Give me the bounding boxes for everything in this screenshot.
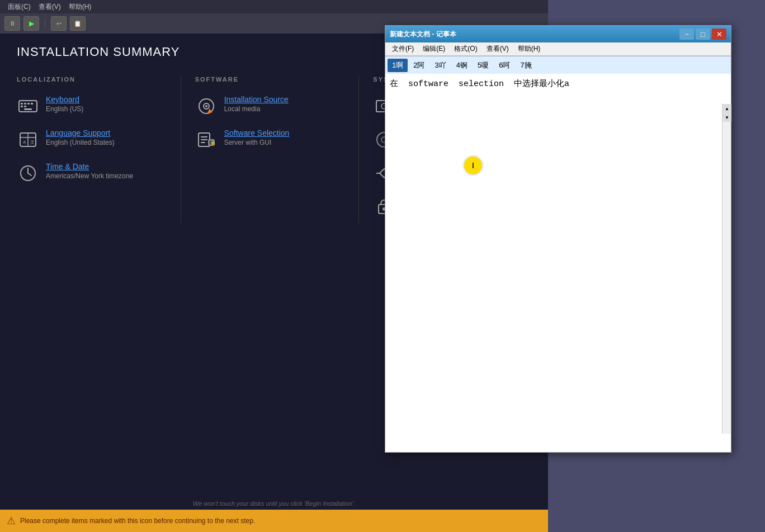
svg-text:A: A: [23, 140, 26, 145]
notepad-controls: － □ ✕: [679, 28, 726, 40]
notepad-menubar: 文件(F) 编辑(E) 格式(O) 查看(V) 帮助(H): [385, 42, 731, 56]
software-column: SOFTWARE ! Installation Source: [187, 76, 353, 224]
menu-edit[interactable]: 编辑(E): [418, 43, 450, 55]
menu-format[interactable]: 格式(O): [450, 43, 481, 55]
svg-rect-3: [27, 103, 30, 104]
ime-candidate-3[interactable]: 3吖: [430, 59, 450, 72]
installer-menubar: 面板(C) 查看(V) 帮助(H): [0, 0, 548, 13]
notepad-window: 新建文本文档 - 记事本 － □ ✕ 文件(F) 编辑(E) 格式(O) 查看(…: [385, 25, 731, 453]
software-label: SOFTWARE: [195, 76, 345, 83]
menu-view[interactable]: 查看(V): [482, 43, 513, 55]
time-text: Time & Date Americas/New York timezone: [46, 162, 133, 180]
language-icon: A 文: [17, 129, 39, 151]
install-source-icon: !: [195, 95, 218, 117]
ime-candidate-6[interactable]: 6呵: [494, 59, 514, 72]
divider-2: [358, 76, 359, 224]
software-selection-text: Software Selection Server with GUI: [224, 129, 290, 146]
divider-1: [181, 76, 181, 224]
language-text: Language Support English (United States): [46, 129, 115, 146]
disk-notice: We won't touch your disks until you clic…: [0, 500, 548, 507]
menu-help[interactable]: 帮助(H): [513, 43, 545, 55]
localization-label: LOCALIZATION: [17, 76, 167, 83]
svg-rect-4: [31, 103, 33, 104]
install-source-item[interactable]: ! Installation Source Local media: [195, 89, 345, 123]
warning-bar: ⚠ Please complete items marked with this…: [0, 510, 548, 532]
language-item[interactable]: A 文 Language Support English (United Sta…: [17, 123, 167, 156]
svg-rect-1: [21, 103, 23, 104]
svg-rect-22: [201, 136, 207, 137]
ime-candidate-bar: 1啊 2阿 3吖 4锕 5嗄 6呵 7腌: [385, 56, 731, 74]
toolbar-btn-4[interactable]: 📋: [70, 16, 86, 31]
install-source-text: Installation Source Local media: [224, 95, 289, 113]
svg-text:🔒: 🔒: [210, 140, 216, 145]
notepad-scrollbar[interactable]: ▲ ▼: [722, 104, 731, 434]
notepad-maximize-btn[interactable]: □: [696, 28, 710, 40]
notepad-titlebar: 新建文本文档 - 记事本 － □ ✕: [385, 26, 731, 42]
svg-line-15: [28, 173, 31, 175]
software-selection-icon: 🔒: [195, 129, 218, 151]
svg-rect-7: [24, 108, 32, 110]
scroll-down-btn[interactable]: ▼: [722, 113, 731, 122]
menu-panel[interactable]: 面板(C): [4, 1, 34, 13]
toolbar-btn-3[interactable]: ↩: [51, 16, 67, 31]
svg-rect-23: [201, 139, 207, 140]
scroll-up-btn[interactable]: ▲: [722, 104, 731, 113]
warning-text: Please complete items marked with this i…: [20, 517, 255, 525]
notepad-close-btn[interactable]: ✕: [712, 28, 726, 40]
svg-text:!: !: [209, 110, 210, 113]
keyboard-icon: [17, 95, 39, 117]
cursor-indicator: I: [464, 156, 482, 174]
localization-column: LOCALIZATION: [17, 76, 175, 224]
keyboard-item[interactable]: Keyboard English (US): [17, 89, 167, 123]
notepad-minimize-btn[interactable]: －: [679, 28, 694, 40]
ime-candidate-7[interactable]: 7腌: [516, 59, 536, 72]
clock-icon: [17, 162, 39, 184]
menu-view[interactable]: 查看(V): [35, 1, 64, 13]
menu-file[interactable]: 文件(F): [388, 43, 418, 55]
svg-rect-5: [21, 106, 23, 107]
svg-rect-6: [24, 106, 26, 107]
ime-candidate-2[interactable]: 2阿: [409, 59, 429, 72]
svg-text:文: 文: [30, 140, 35, 145]
toolbar-btn-2[interactable]: ▶: [23, 16, 39, 31]
ime-candidate-5[interactable]: 5嗄: [473, 59, 493, 72]
svg-point-18: [205, 105, 207, 107]
keyboard-text: Keyboard English (US): [46, 95, 83, 113]
warning-icon: ⚠: [7, 515, 16, 527]
svg-rect-24: [201, 142, 205, 143]
toolbar-btn-1[interactable]: ⏸: [4, 16, 20, 31]
menu-help[interactable]: 帮助(H): [65, 1, 95, 13]
ime-candidate-4[interactable]: 4锕: [452, 59, 472, 72]
svg-rect-2: [24, 103, 26, 104]
notepad-textarea[interactable]: [385, 74, 731, 452]
software-selection-item[interactable]: 🔒 Software Selection Server with GUI: [195, 123, 345, 156]
time-item[interactable]: Time & Date Americas/New York timezone: [17, 156, 167, 190]
ime-candidate-1[interactable]: 1啊: [388, 59, 408, 72]
notepad-title: 新建文本文档 - 记事本: [390, 30, 456, 39]
